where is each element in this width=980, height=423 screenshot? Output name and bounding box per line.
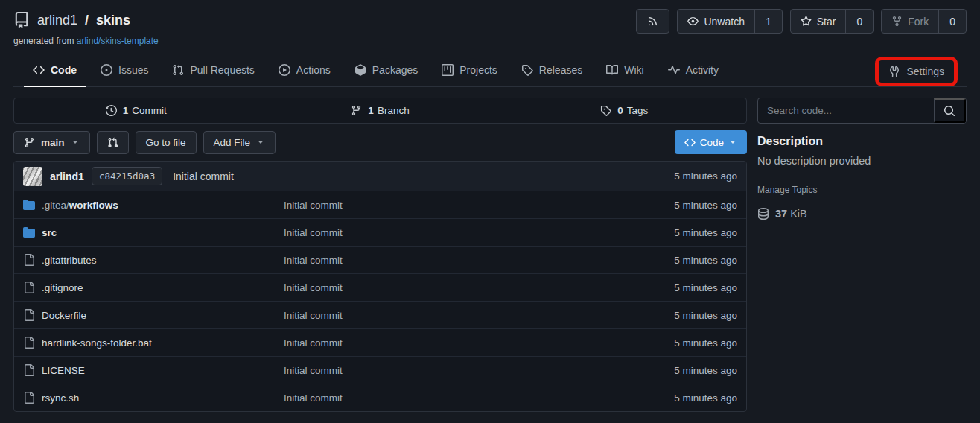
avatar[interactable] xyxy=(23,167,42,186)
rss-icon xyxy=(647,16,658,27)
tab-activity-label: Activity xyxy=(686,64,719,76)
go-to-file-label: Go to file xyxy=(146,137,186,148)
star-label: Star xyxy=(817,16,836,28)
history-icon xyxy=(106,105,117,116)
file-link[interactable]: .gitattributes xyxy=(23,254,284,266)
chevron-down-icon xyxy=(71,138,80,147)
issue-icon xyxy=(101,64,112,76)
tab-actions-label: Actions xyxy=(296,64,331,76)
file-icon xyxy=(23,282,35,293)
book-icon xyxy=(606,64,618,76)
description-title: Description xyxy=(757,135,967,148)
file-commit-time: 5 minutes ago xyxy=(674,392,737,404)
database-icon xyxy=(757,208,769,220)
go-to-file-button[interactable]: Go to file xyxy=(136,131,197,154)
file-commit-time: 5 minutes ago xyxy=(674,227,737,238)
pull-request-icon xyxy=(172,64,184,76)
file-link[interactable]: .gitignore xyxy=(23,282,284,293)
table-row: .gitattributes Initial commit 5 minutes … xyxy=(14,246,746,273)
star-button[interactable]: Star xyxy=(791,10,846,33)
table-row: .gitignore Initial commit 5 minutes ago xyxy=(14,273,746,301)
repo-toolbar: main Go to file Add File Code xyxy=(13,130,747,154)
tags-stat[interactable]: 0 Tags xyxy=(502,98,746,123)
tab-packages[interactable]: Packages xyxy=(344,53,428,86)
tab-releases-label: Releases xyxy=(539,64,582,76)
tab-activity[interactable]: Activity xyxy=(658,53,729,86)
package-icon xyxy=(354,64,366,76)
add-file-button[interactable]: Add File xyxy=(203,131,276,154)
file-commit-time: 5 minutes ago xyxy=(674,310,737,321)
tag-count: 0 xyxy=(617,105,623,116)
tab-issues[interactable]: Issues xyxy=(90,53,159,86)
star-group: Star 0 xyxy=(790,9,874,34)
commit-count: 1 xyxy=(123,105,129,116)
description-text: No description provided xyxy=(757,155,967,167)
file-commit-message[interactable]: Initial commit xyxy=(284,337,674,349)
file-link[interactable]: LICENSE xyxy=(23,364,284,376)
unwatch-button[interactable]: Unwatch xyxy=(678,10,754,33)
branches-stat[interactable]: 1 Branch xyxy=(258,98,503,123)
fork-button[interactable]: Fork xyxy=(882,10,938,33)
commit-hash-chip[interactable]: c84215d0a3 xyxy=(92,167,162,185)
rss-button[interactable] xyxy=(636,9,669,34)
search-icon xyxy=(944,105,955,117)
file-commit-message[interactable]: Initial commit xyxy=(284,227,674,238)
tab-pull-requests[interactable]: Pull Requests xyxy=(162,53,264,86)
tab-wiki-label: Wiki xyxy=(624,64,643,76)
tab-projects[interactable]: Projects xyxy=(431,53,508,86)
fork-icon xyxy=(891,16,903,27)
commit-message-link[interactable]: Initial commit xyxy=(173,171,234,182)
file-commit-time: 5 minutes ago xyxy=(674,365,737,376)
search-button[interactable] xyxy=(934,98,966,123)
generated-from-template-link[interactable]: arlind/skins-template xyxy=(77,36,159,46)
branch-count: 1 xyxy=(368,105,374,116)
file-commit-message[interactable]: Initial commit xyxy=(284,200,674,211)
chevron-down-icon xyxy=(256,138,265,147)
tab-pull-requests-label: Pull Requests xyxy=(190,64,254,76)
file-commit-message[interactable]: Initial commit xyxy=(284,310,674,321)
watch-count[interactable]: 1 xyxy=(754,10,782,33)
tab-actions[interactable]: Actions xyxy=(268,53,341,86)
code-download-button[interactable]: Code xyxy=(675,130,747,154)
fork-count[interactable]: 0 xyxy=(938,10,966,33)
file-link[interactable]: rsync.sh xyxy=(23,392,284,404)
tab-releases[interactable]: Releases xyxy=(511,53,593,86)
file-link[interactable]: src xyxy=(23,226,284,238)
file-commit-message[interactable]: Initial commit xyxy=(284,255,674,266)
file-commit-message[interactable]: Initial commit xyxy=(284,282,674,293)
file-icon xyxy=(23,309,35,321)
star-count[interactable]: 0 xyxy=(845,10,873,33)
repo-icon xyxy=(13,12,30,28)
chevron-down-icon xyxy=(728,138,737,147)
tab-wiki[interactable]: Wiki xyxy=(596,53,654,86)
table-row: hardlink-songs-folder.bat Initial commit… xyxy=(14,328,746,356)
file-icon xyxy=(23,364,35,376)
commits-stat[interactable]: 1 Commit xyxy=(14,98,258,123)
repo-name-link[interactable]: skins xyxy=(96,13,130,28)
branch-label: Branch xyxy=(378,105,410,116)
code-icon xyxy=(684,137,696,148)
latest-commit-row: arlind1 c84215d0a3 Initial commit 5 minu… xyxy=(14,162,746,191)
folder-icon xyxy=(23,226,35,238)
repo-title-separator: / xyxy=(85,13,89,28)
file-link[interactable]: Dockerfile xyxy=(23,309,284,321)
tab-settings[interactable]: Settings xyxy=(879,60,954,83)
file-commit-message[interactable]: Initial commit xyxy=(284,392,674,404)
search-input[interactable] xyxy=(758,98,934,123)
compare-button[interactable] xyxy=(97,131,129,154)
repo-title: arlind1 / skins xyxy=(13,9,159,28)
tab-code[interactable]: Code xyxy=(22,53,87,86)
repo-size-value: 37 xyxy=(775,208,787,220)
file-link[interactable]: hardlink-songs-folder.bat xyxy=(23,337,284,349)
repo-owner-link[interactable]: arlind1 xyxy=(37,13,77,28)
branch-selector-label: main xyxy=(41,137,65,148)
git-compare-icon xyxy=(107,137,118,148)
commit-author-link[interactable]: arlind1 xyxy=(50,171,84,182)
manage-topics-link[interactable]: Manage Topics xyxy=(757,185,967,195)
file-commit-time: 5 minutes ago xyxy=(674,200,737,211)
repo-size: 37 KiB xyxy=(757,208,967,220)
file-link[interactable]: .gitea/workflows xyxy=(23,199,284,211)
commit-time: 5 minutes ago xyxy=(674,171,737,182)
file-commit-message[interactable]: Initial commit xyxy=(284,365,674,376)
branch-selector[interactable]: main xyxy=(13,131,90,154)
